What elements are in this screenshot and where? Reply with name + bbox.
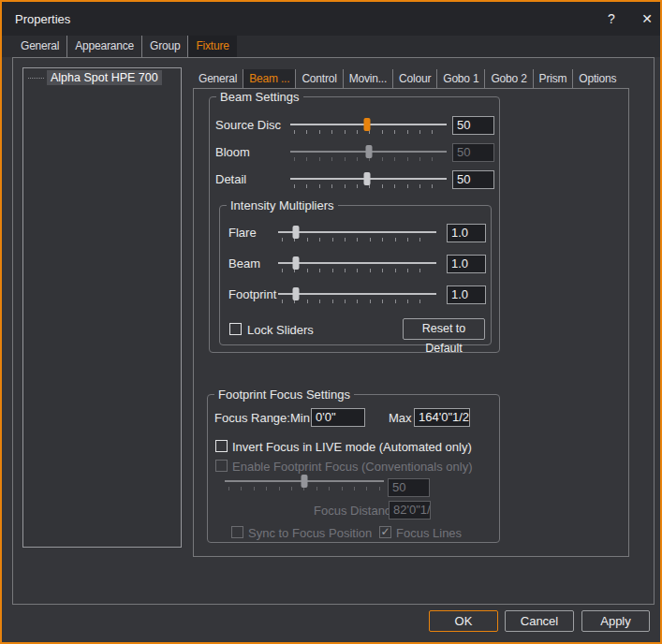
bloom-label: Bloom bbox=[215, 145, 250, 159]
slider-ticks bbox=[282, 238, 433, 242]
footprint-slider[interactable] bbox=[278, 285, 436, 305]
source-disc-slider[interactable] bbox=[290, 115, 447, 136]
flare-value[interactable]: 1.0 bbox=[447, 224, 486, 242]
tab-beam[interactable]: Beam ... bbox=[243, 69, 295, 88]
focus-range-label: Focus Range: bbox=[214, 411, 290, 425]
tab-appearance[interactable]: Appearance bbox=[66, 36, 141, 57]
close-icon[interactable]: ✕ bbox=[635, 7, 659, 30]
flare-thumb[interactable] bbox=[292, 226, 299, 239]
intensity-multipliers-title: Intensity Multipliers bbox=[227, 198, 338, 212]
bloom-slider bbox=[290, 142, 447, 163]
tab-general[interactable]: General bbox=[13, 36, 66, 57]
lock-sliders-label: Lock Sliders bbox=[247, 323, 314, 337]
cancel-button[interactable]: Cancel bbox=[505, 610, 574, 632]
outer-tab-strip: General Appearance Group Fixture bbox=[2, 36, 660, 57]
fixture-tree[interactable]: Alpha Spot HPE 700 bbox=[22, 67, 182, 548]
footprint-focus-title: Footprint Focus Settings bbox=[214, 388, 354, 402]
beam-settings-group: Beam Settings Source Disc 50 Bloom 50 De… bbox=[209, 96, 500, 353]
focus-distance-label: Focus Distance bbox=[314, 504, 398, 518]
focus-lines-label: Focus Lines bbox=[396, 526, 462, 540]
slider-ticks bbox=[282, 300, 433, 303]
slider-track bbox=[278, 231, 436, 233]
tab-control[interactable]: Control bbox=[295, 69, 342, 88]
detail-label: Detail bbox=[215, 172, 246, 186]
focus-thumb bbox=[302, 475, 308, 488]
slider-ticks bbox=[282, 269, 433, 272]
beam-value[interactable]: 1.0 bbox=[447, 255, 486, 273]
help-icon[interactable]: ? bbox=[599, 7, 624, 30]
inner-tab-strip: General Beam ... Control Movin... Colour… bbox=[193, 69, 622, 88]
invert-focus-checkbox[interactable] bbox=[215, 440, 228, 452]
source-disc-value[interactable]: 50 bbox=[452, 116, 494, 135]
footprint-value[interactable]: 1.0 bbox=[447, 285, 486, 304]
beam-thumb[interactable] bbox=[292, 256, 299, 270]
tab-options[interactable]: Options bbox=[572, 69, 622, 88]
detail-slider[interactable] bbox=[290, 169, 447, 190]
outer-tabs: General Appearance Group Fixture bbox=[13, 36, 237, 57]
max-label: Max bbox=[389, 411, 412, 425]
beam-label: Beam bbox=[228, 256, 260, 271]
enable-footprint-focus-checkbox bbox=[215, 460, 228, 472]
detail-thumb[interactable] bbox=[363, 172, 370, 185]
intensity-multipliers-group: Intensity Multipliers Flare 1.0 Beam 1.0… bbox=[219, 205, 492, 345]
flare-label: Flare bbox=[228, 226, 257, 240]
tab-fixture-general[interactable]: General bbox=[193, 69, 243, 88]
beam-settings-title: Beam Settings bbox=[216, 90, 303, 104]
tab-group[interactable]: Group bbox=[141, 36, 187, 57]
slider-track bbox=[278, 262, 436, 264]
lock-sliders-checkbox[interactable] bbox=[229, 323, 242, 335]
flare-slider[interactable] bbox=[278, 223, 436, 243]
check-icon: ✓ bbox=[380, 525, 390, 538]
beam-slider[interactable] bbox=[278, 254, 436, 274]
apply-button[interactable]: Apply bbox=[581, 610, 650, 632]
slider-track bbox=[278, 293, 436, 295]
max-field[interactable]: 164'0"1/2 bbox=[414, 408, 470, 427]
focus-slider-value: 50 bbox=[388, 478, 430, 497]
tree-item-alpha-spot[interactable]: Alpha Spot HPE 700 bbox=[47, 70, 162, 85]
min-label: Min bbox=[290, 411, 310, 425]
focus-distance-field: 82'0"1/4 bbox=[389, 501, 431, 520]
bloom-value: 50 bbox=[452, 143, 494, 162]
tab-colour[interactable]: Colour bbox=[392, 69, 436, 88]
tab-fixture[interactable]: Fixture bbox=[187, 36, 236, 57]
sync-to-focus-position-label: Sync to Focus Position bbox=[248, 526, 372, 540]
focus-lines-checkbox: ✓ bbox=[379, 526, 391, 538]
reset-to-default-button[interactable]: Reset to Default bbox=[403, 318, 485, 340]
focus-slider bbox=[225, 472, 384, 492]
footprint-label: Footprint bbox=[228, 287, 276, 301]
footprint-thumb[interactable] bbox=[292, 287, 299, 300]
tab-prism[interactable]: Prism bbox=[533, 69, 573, 88]
tree-connector bbox=[28, 78, 44, 79]
bloom-thumb bbox=[365, 145, 372, 158]
source-disc-label: Source Disc bbox=[215, 118, 281, 132]
source-disc-thumb[interactable] bbox=[363, 118, 370, 131]
tab-gobo-2[interactable]: Gobo 2 bbox=[484, 69, 532, 88]
title-bar: Properties ? ✕ bbox=[2, 2, 660, 36]
dialog-title: Properties bbox=[15, 12, 70, 26]
tab-gobo-1[interactable]: Gobo 1 bbox=[436, 69, 484, 88]
tab-movement[interactable]: Movin... bbox=[343, 69, 392, 88]
footprint-focus-group: Footprint Focus Settings Focus Range: Mi… bbox=[207, 394, 500, 543]
invert-focus-label: Invert Focus in LIVE mode (Automated onl… bbox=[232, 440, 472, 454]
sync-to-focus-position-checkbox bbox=[231, 526, 243, 538]
properties-dialog: Properties ? ✕ General Appearance Group … bbox=[0, 0, 662, 644]
min-field[interactable]: 0'0" bbox=[311, 408, 365, 427]
ok-button[interactable]: OK bbox=[429, 610, 498, 632]
detail-value[interactable]: 50 bbox=[452, 170, 494, 189]
